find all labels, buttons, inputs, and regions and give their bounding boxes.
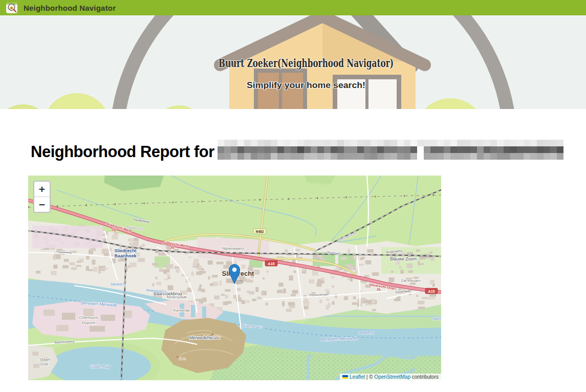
redacted-pixel bbox=[297, 146, 304, 153]
map-building bbox=[156, 282, 161, 286]
redacted-pixel bbox=[477, 153, 484, 160]
redacted-pixel bbox=[377, 140, 384, 146]
zoom-out-button[interactable]: − bbox=[34, 197, 50, 212]
map-building bbox=[430, 257, 435, 260]
redacted-pixel bbox=[430, 146, 437, 153]
map-building bbox=[40, 249, 45, 251]
map-building bbox=[341, 257, 346, 259]
redacted-pixel bbox=[557, 153, 563, 160]
redacted-pixel bbox=[544, 140, 550, 146]
map-building bbox=[372, 272, 379, 276]
redacted-pixel bbox=[244, 153, 251, 160]
redacted-pixel bbox=[510, 153, 517, 160]
redacted-pixel bbox=[537, 153, 544, 160]
redacted-pixel bbox=[537, 146, 544, 153]
redacted-pixel bbox=[218, 146, 224, 153]
redacted-pixel bbox=[424, 153, 430, 160]
map-building bbox=[394, 299, 401, 301]
app-header: Neighborhood Navigator bbox=[0, 0, 586, 15]
redacted-pixel bbox=[357, 146, 364, 153]
redacted-pixel bbox=[404, 153, 410, 160]
redacted-pixel bbox=[284, 146, 291, 153]
map-building bbox=[225, 301, 232, 303]
map-label-baanhoek-1: Sliedrecht bbox=[114, 248, 137, 253]
redacted-pixel bbox=[264, 140, 271, 146]
redacted-pixel bbox=[271, 146, 277, 153]
map-building bbox=[236, 297, 242, 301]
redacted-pixel bbox=[504, 140, 510, 146]
map-building bbox=[358, 264, 364, 266]
leaflet-map[interactable]: A15 A15 N482 Sliedrecht-West 24 Sliedrec… bbox=[28, 176, 441, 380]
map-label-nationaal: Nationaal bbox=[432, 317, 441, 320]
map-label-de-peulen: De Peulen bbox=[401, 278, 420, 283]
map-building bbox=[225, 295, 229, 298]
map-building bbox=[331, 276, 334, 278]
map-building bbox=[302, 268, 305, 271]
map-building bbox=[320, 258, 325, 260]
map-building bbox=[336, 267, 340, 270]
report-heading: Neighborhood Report for bbox=[31, 143, 214, 161]
redacted-pixel bbox=[437, 146, 444, 153]
redacted-pixel bbox=[277, 153, 284, 160]
map-building bbox=[163, 270, 169, 273]
redacted-pixel bbox=[404, 140, 410, 146]
redacted-pixel bbox=[444, 146, 450, 153]
map-building bbox=[332, 286, 334, 288]
map-building bbox=[326, 305, 329, 310]
map-building bbox=[416, 295, 418, 297]
redacted-pixel bbox=[397, 146, 404, 153]
redacted-pixel bbox=[557, 146, 563, 153]
redacted-address bbox=[218, 140, 565, 160]
map-building bbox=[391, 270, 394, 273]
redacted-pixel bbox=[437, 153, 444, 160]
map-building bbox=[367, 249, 373, 253]
leaflet-link[interactable]: Leaflet bbox=[350, 374, 365, 380]
map-building bbox=[189, 256, 192, 258]
n482-badge-label: N482 bbox=[256, 230, 264, 233]
redacted-pixel bbox=[424, 146, 430, 153]
map-label-elev-11: 11 m bbox=[179, 357, 186, 360]
redacted-pixel bbox=[524, 153, 530, 160]
redacted-pixel bbox=[497, 153, 504, 160]
redacted-pixel bbox=[251, 153, 257, 160]
map-label-staart-2: Oost bbox=[39, 362, 49, 366]
redacted-pixel bbox=[470, 153, 477, 160]
redacted-pixel bbox=[344, 140, 351, 146]
redacted-pixel bbox=[371, 153, 377, 160]
map-building bbox=[309, 279, 314, 284]
map-building bbox=[288, 302, 295, 306]
redacted-pixel bbox=[311, 146, 317, 153]
map-building bbox=[201, 268, 204, 270]
hero-subtitle: Simplify your home search! bbox=[247, 81, 365, 90]
redacted-pixel bbox=[371, 140, 377, 146]
redacted-pixel bbox=[224, 153, 231, 160]
map-building bbox=[112, 235, 118, 239]
map-building bbox=[422, 297, 428, 299]
redacted-pixel bbox=[317, 153, 324, 160]
redacted-pixel bbox=[237, 153, 244, 160]
map-building bbox=[261, 292, 264, 294]
redacted-pixel bbox=[271, 140, 277, 146]
map-label-sliedrecht-boundary: Sliedrecht bbox=[110, 282, 126, 286]
map-label-molenplaat: Molenplaat bbox=[166, 295, 187, 299]
map-building bbox=[101, 268, 108, 270]
map-building bbox=[249, 265, 252, 269]
map-building bbox=[129, 263, 136, 267]
redacted-pixel bbox=[424, 140, 430, 146]
redacted-pixel bbox=[364, 153, 371, 160]
map-building bbox=[399, 266, 402, 269]
osm-link[interactable]: OpenStreetMap bbox=[374, 374, 410, 380]
redacted-pixel bbox=[277, 146, 284, 153]
map-building bbox=[332, 301, 335, 305]
map-building bbox=[257, 297, 262, 299]
redacted-pixel bbox=[390, 153, 397, 160]
map-building bbox=[247, 279, 253, 282]
redacted-pixel bbox=[337, 140, 344, 146]
map-building bbox=[138, 258, 145, 262]
zoom-in-button[interactable]: + bbox=[34, 182, 50, 197]
redacted-pixel bbox=[450, 146, 457, 153]
redacted-pixel bbox=[504, 146, 510, 153]
redacted-pixel bbox=[351, 153, 357, 160]
map-building bbox=[53, 255, 56, 259]
hero-title: Buurt Zoeker(Neighborhood Navigator) bbox=[219, 56, 394, 70]
